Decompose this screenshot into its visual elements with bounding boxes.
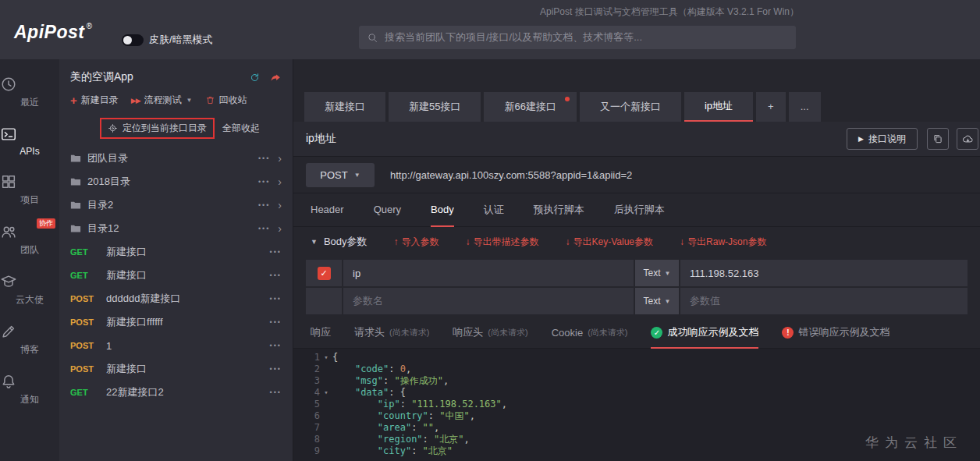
api-row[interactable]: POST新建接口ffffff•••	[59, 310, 293, 334]
more-icon[interactable]: •••	[270, 388, 282, 396]
pencil-icon	[0, 323, 59, 340]
export-keyvalue-params-link[interactable]: ↓导出Key-Value参数	[566, 236, 653, 249]
more-icon[interactable]: •••	[258, 201, 270, 209]
folder-icon	[70, 224, 81, 233]
request-tab[interactable]: Body	[431, 193, 454, 227]
api-tab[interactable]: 新建接口	[304, 92, 385, 122]
nav-item-recent[interactable]: 最近	[0, 67, 59, 117]
nav-item-team[interactable]: 团队协作	[0, 215, 59, 264]
api-row[interactable]: GET22新建接口2•••	[59, 381, 293, 404]
nav-item-notice[interactable]: 通知	[0, 364, 59, 414]
flow-test-button[interactable]: ▶▶ 流程测试 ▼	[131, 94, 193, 107]
folder-row[interactable]: 目录2•••›	[59, 193, 293, 217]
api-row[interactable]: POST新建接口•••	[59, 357, 293, 381]
param-type-select[interactable]: Text▼	[635, 260, 679, 286]
more-icon[interactable]: •••	[270, 342, 282, 349]
cloud-save-button[interactable]	[957, 128, 978, 150]
request-tab[interactable]: 后执行脚本	[614, 193, 665, 227]
param-value-input[interactable]: 参数值	[680, 288, 968, 314]
response-tab[interactable]: 响应	[311, 317, 331, 349]
import-params-link[interactable]: ↑导入参数	[394, 236, 439, 249]
theme-toggle-icon	[122, 34, 144, 46]
share-icon[interactable]	[270, 72, 282, 83]
more-icon[interactable]: •••	[258, 154, 270, 162]
more-icon[interactable]: •••	[258, 225, 270, 232]
new-directory-button[interactable]: + 新建目录	[70, 94, 119, 107]
api-row[interactable]: POST1•••	[59, 334, 293, 357]
code-text: "area": "",	[332, 422, 439, 434]
recycle-bin-button[interactable]: 回收站	[205, 94, 247, 107]
new-tab-button[interactable]: +	[756, 92, 786, 122]
project-name[interactable]: 美的空调App	[70, 70, 241, 84]
request-tab[interactable]: Header	[311, 193, 344, 227]
param-name-input[interactable]: 参数名	[343, 288, 634, 314]
more-icon[interactable]: •••	[270, 248, 282, 256]
more-icon[interactable]: •••	[270, 318, 282, 326]
response-tab[interactable]: 响应头(尚未请求)	[453, 317, 527, 349]
api-row[interactable]: POSTdddddd新建接口•••	[59, 287, 293, 310]
theme-toggle[interactable]: 皮肤/暗黑模式	[122, 33, 213, 47]
response-tab[interactable]: ✓成功响应示例及文档	[651, 317, 758, 349]
api-tab[interactable]: ip地址	[684, 92, 753, 122]
request-url-input[interactable]: http://gateway.api.100szy.com:5588?appid…	[390, 169, 632, 181]
api-tabbar: 新建接口新建55接口新66建接口又一个新接口ip地址+...	[293, 59, 980, 122]
nav-item-ambassador[interactable]: 云大使	[0, 264, 59, 314]
fold-icon[interactable]: ▾	[320, 352, 332, 363]
caret-down-icon: ▼	[186, 97, 193, 104]
ambassador-icon	[0, 273, 59, 290]
chevron-right-icon[interactable]: ›	[278, 200, 282, 211]
param-type-select[interactable]: Text▼	[635, 288, 679, 314]
param-value-input[interactable]: 111.198.52.163	[680, 260, 968, 286]
api-doc-label: 接口说明	[868, 133, 906, 146]
param-checkbox[interactable]: ✓	[318, 267, 331, 280]
nav-item-apis[interactable]: APIs	[0, 117, 59, 165]
request-tab[interactable]: 预执行脚本	[534, 193, 584, 227]
body-params-title[interactable]: ▼ Body参数	[311, 235, 368, 249]
request-tab[interactable]: Query	[374, 193, 401, 227]
locate-current-directory-button[interactable]: 定位到当前接口目录	[100, 118, 215, 139]
folder-name: 目录2	[87, 198, 258, 212]
response-tab[interactable]: !错误响应示例及文档	[782, 317, 889, 349]
method-select[interactable]: POST ▼	[306, 163, 375, 187]
chevron-right-icon[interactable]: ›	[278, 153, 282, 164]
collapse-all-button[interactable]: 全部收起	[222, 122, 260, 135]
refresh-icon[interactable]	[249, 72, 261, 83]
response-tabs: 响应请求头(尚未请求)响应头(尚未请求)Cookie(尚未请求)✓成功响应示例及…	[293, 317, 980, 349]
api-row[interactable]: GET新建接口•••	[59, 264, 293, 287]
more-icon[interactable]: •••	[270, 295, 282, 303]
nav-item-projects[interactable]: 项目	[0, 165, 59, 215]
folder-row[interactable]: 目录12•••›	[59, 217, 293, 240]
more-icon[interactable]: •••	[258, 178, 270, 186]
response-tab[interactable]: Cookie(尚未请求)	[552, 317, 628, 349]
nav-item-blog[interactable]: 博客	[0, 314, 59, 364]
fold-icon[interactable]: ▾	[320, 387, 332, 399]
code-line: 3 "msg": "操作成功",	[293, 375, 980, 387]
global-search-input[interactable]: 搜索当前团队下的项目/接口/以及帮助文档、技术博客等...	[359, 26, 796, 49]
chevron-right-icon[interactable]: ›	[278, 176, 282, 187]
chevron-right-icon[interactable]: ›	[278, 223, 282, 234]
api-tab[interactable]: 新建55接口	[389, 92, 481, 122]
more-icon[interactable]: •••	[270, 365, 282, 373]
copy-button[interactable]	[927, 128, 949, 150]
caret-down-icon: ▼	[354, 172, 360, 179]
folder-row[interactable]: 2018目录•••›	[59, 170, 293, 193]
more-tabs-button[interactable]: ...	[789, 92, 821, 122]
export-desc-params-link[interactable]: ↓导出带描述参数	[466, 236, 539, 249]
param-name-input[interactable]: ip	[343, 260, 634, 286]
response-tab[interactable]: 请求头(尚未请求)	[354, 317, 429, 349]
method-label: POST	[70, 364, 106, 374]
api-doc-button[interactable]: ▶ 接口说明	[847, 128, 918, 150]
response-code-editor[interactable]: 1▾{2 "code": 0,3 "msg": "操作成功",4▾ "data"…	[293, 349, 980, 461]
api-row[interactable]: GET新建接口•••	[59, 240, 293, 264]
api-tab[interactable]: 新66建接口	[484, 92, 576, 122]
arrow-down-icon: ↓	[680, 236, 684, 247]
collapse-triangle-icon: ▼	[311, 238, 318, 246]
fold-spacer	[320, 399, 332, 410]
api-name: 22新建接口2	[106, 385, 270, 399]
folder-row[interactable]: 团队目录•••›	[59, 147, 293, 170]
export-rawjson-params-link[interactable]: ↓导出Raw-Json参数	[680, 236, 766, 249]
code-line: 5 "ip": "111.198.52.163",	[293, 399, 980, 410]
api-tab[interactable]: 又一个新接口	[580, 92, 681, 122]
request-tab[interactable]: 认证	[484, 193, 504, 227]
more-icon[interactable]: •••	[270, 271, 282, 279]
